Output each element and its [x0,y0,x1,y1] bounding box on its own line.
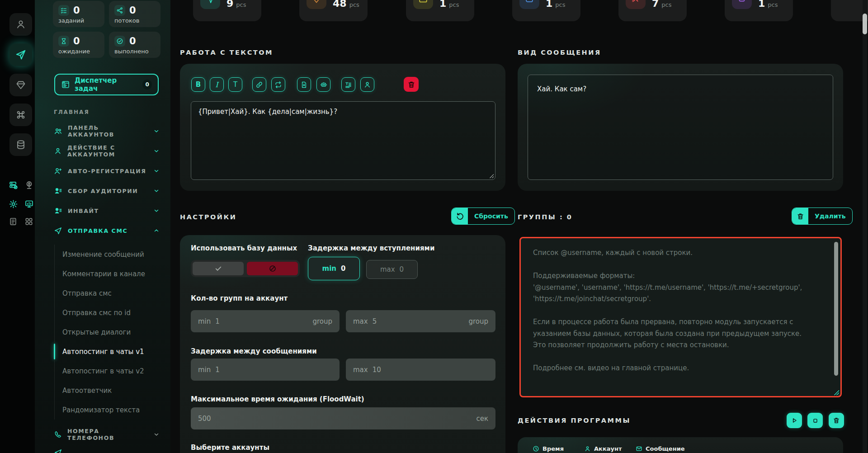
groups-title: ГРУППЫ : 0 [518,213,572,221]
card-value: 48 [333,0,347,9]
hourglass-icon [58,36,69,47]
resize-handle[interactable] [489,173,494,178]
link-button[interactable] [252,77,266,92]
groups-textarea[interactable]: Список @username, каждый с новой строки.… [519,237,842,397]
trash-icon [792,208,808,224]
floodwait-field[interactable]: 500 сек [191,407,495,429]
db-yes-option[interactable] [193,262,244,275]
sidebar-item-sms-sending[interactable]: ОТПРАВКА СМС [54,221,160,241]
submenu-item-autoposting-v2[interactable]: Автопостинг в чаты v2 [55,361,160,381]
rail-database-button[interactable] [9,133,32,156]
db-no-option[interactable] [247,262,298,275]
min-value: 1 [215,366,220,374]
cross-icon [626,0,646,9]
send-icon [54,448,62,453]
play-button[interactable] [787,413,802,428]
msg-delay-min-field[interactable]: min 1 [191,359,340,381]
phone-icon [54,430,62,439]
submenu-item-autoresponder[interactable]: Автоответчик [55,381,160,400]
rail-send-button[interactable] [9,43,32,66]
text-format-button[interactable] [341,77,355,92]
title-button[interactable]: T [228,77,242,92]
sidebar-item-auto-registration[interactable]: АВТО-РЕГИСТРАЦИЯ [54,161,160,181]
gear-icon[interactable] [8,199,18,209]
repeat-button[interactable] [271,77,285,92]
file-download-button[interactable] [297,77,311,92]
reset-button[interactable]: Сбросить [451,208,515,225]
min-value: 0 [341,264,345,273]
sidebar-item-audience-collection[interactable]: СБОР АУДИТОРИИ [54,181,160,201]
submenu-item-sms-send[interactable]: Отправка смс [55,283,160,303]
max-prefix: max [380,265,395,274]
sidebar-item-invite[interactable]: ИНВАЙТ [54,201,160,221]
user-list-icon [54,207,62,215]
use-db-label: Использовать базу данных [191,244,297,252]
max-value: 5 [373,317,377,326]
sidebar-item-accounts-panel[interactable]: ПАНЕЛЬ АККАУНТОВ [54,121,160,141]
delete-log-button[interactable] [829,413,844,428]
chevron-down-icon [153,128,160,134]
submenu-item-text-randomizer[interactable]: Рандомизатор текста [55,400,160,420]
submenu-item-sms-by-id[interactable]: Отправка смс по id [55,303,160,322]
join-delay-min-field[interactable]: min 0 [308,257,360,280]
card-value: 9 [226,0,233,9]
link-icon [255,81,263,89]
stat-value: 0 [129,36,136,47]
monitor-icon[interactable] [24,199,34,209]
submenu-item-message-editing[interactable]: Изменение сообщений [55,245,160,264]
rail-user-button[interactable] [9,13,32,36]
page-scrollbar-thumb[interactable] [863,14,867,34]
sidebar-item-phone-numbers[interactable]: НОМЕРА ТЕЛЕФОНОВ [54,425,160,444]
groups-min-field[interactable]: min 1 group [191,310,340,332]
app-window: 0 заданий 0 потоков 0 ожидание 0 выполне… [0,0,868,453]
stat-label: ожидание [58,48,99,55]
stat-value: 0 [73,36,80,47]
submenu-item-open-dialogs[interactable]: Открытые диалоги [55,322,160,342]
delete-groups-button[interactable]: Удалить [792,208,853,225]
trash-icon [833,417,840,424]
task-manager-badge: 0 [142,80,152,90]
webcam-icon[interactable] [24,180,34,190]
message-view-panel: Хай. Как сам? [518,64,843,191]
join-delay-max-field[interactable]: max 0 [366,260,418,279]
task-manager-button[interactable]: Диспетчер задач 0 [54,74,159,95]
groups-scrollbar-thumb[interactable] [834,242,838,376]
card-unit: pcs [449,1,459,8]
settings-panel: Использовать базу данных Задержка между … [180,235,505,453]
submenu-item-channel-comments[interactable]: Комментарии в канале [55,264,160,283]
document-icon[interactable] [8,217,18,226]
user-icon [54,147,62,155]
submenu-item-autoposting-v1[interactable]: Автопостинг в чаты v1 [55,342,160,361]
resize-handle[interactable] [834,390,839,395]
sidebar-item-account-action[interactable]: ДЕЙСТВИЕ С АККАУНТОМ [54,141,160,161]
clear-text-button[interactable] [404,77,419,92]
field-unit: group [468,317,488,326]
msg-delay-max-field[interactable]: max 10 [346,359,495,381]
min-prefix: min [322,264,336,273]
card-unit: pcs [555,1,565,8]
page-scrollbar-track[interactable] [863,0,867,453]
bold-button[interactable]: B [191,77,205,92]
message-template-textarea[interactable]: {Привет|Хай}. Как {дела|сам|жизнь}? [191,101,495,180]
rail-diamond-button[interactable] [9,74,32,96]
gem-icon [307,0,326,9]
modules-icon[interactable] [24,217,34,226]
groups-max-field[interactable]: max 5 group [346,310,495,332]
share-icon [114,5,125,16]
menu-label: ОТПРАВКА СМС [68,227,127,234]
card-unit: pcs [661,1,671,8]
sidebar-menu: ПАНЕЛЬ АККАУНТОВ ДЕЙСТВИЕ С АККАУНТОМ АВ… [54,121,160,241]
accounts-label: Выберите аккаунты [191,444,269,452]
top-card: 48pcs [299,0,368,21]
robot-button[interactable] [316,77,330,92]
stop-button[interactable] [807,413,823,428]
rail-command-button[interactable] [9,104,32,126]
server-check-icon[interactable] [8,180,18,190]
italic-button[interactable]: I [210,77,224,92]
column-label: Аккаунт [594,445,622,452]
menu-label: СБОР АУДИТОРИИ [68,188,138,194]
top-card: 1pcs [725,0,793,21]
floodwait-label: Максимальное время ожидания (FloodWait) [191,395,364,403]
person-button[interactable] [360,77,374,92]
menu-label: АВТО-РЕГИСТРАЦИЯ [68,168,146,175]
